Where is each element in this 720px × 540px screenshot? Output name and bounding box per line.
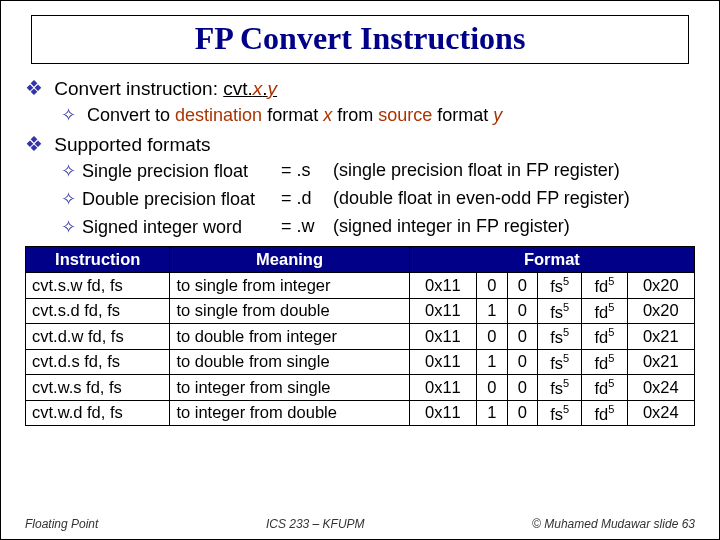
diamond-icon: ❖ [25,77,43,99]
fmt-name: Signed integer word [82,217,242,237]
cell-fmt2: 0 [507,375,538,401]
cell-fmt2: 0 [507,400,538,426]
cell-fs: fs5 [538,298,582,324]
cell-fs: fs5 [538,324,582,350]
cell-fmt1: 1 [477,349,508,375]
body: ❖ Convert instruction: cvt.x.y ✧ Convert… [25,76,695,426]
cell-mnemonic: cvt.w.d fd, fs [26,400,170,426]
diamond-small-icon: ✧ [61,161,76,181]
table-row: cvt.w.d fd, fsto integer from double0x11… [26,400,695,426]
cell-meaning: to single from double [170,298,409,324]
cell-opcode: 0x11 [409,298,476,324]
cell-fs: fs5 [538,400,582,426]
cell-fd: fd5 [582,324,627,350]
th-meaning: Meaning [170,247,409,273]
cell-fmt1: 0 [477,324,508,350]
intro-pattern: cvt. [223,78,253,99]
sub-y: y [493,105,502,125]
cell-fmt2: 0 [507,324,538,350]
slide-title: FP Convert Instructions [32,20,688,57]
cell-meaning: to integer from single [170,375,409,401]
cell-fs: fs5 [538,375,582,401]
cell-func: 0x20 [627,298,694,324]
fmt-row-name: ✧Double precision float [61,188,281,210]
sub-x: x [323,105,332,125]
table-row: cvt.d.w fd, fsto double from integer0x11… [26,324,695,350]
cell-func: 0x24 [627,400,694,426]
sub-src: source [378,105,432,125]
sub-mid2: from [332,105,378,125]
cell-fd: fd5 [582,349,627,375]
diamond-icon: ❖ [25,133,43,155]
fmt-eq: = .d [281,188,333,210]
cell-fd: fd5 [582,298,627,324]
cell-fd: fd5 [582,273,627,299]
cell-fmt1: 1 [477,400,508,426]
cell-fd: fd5 [582,375,627,401]
title-box: FP Convert Instructions [31,15,689,64]
cell-mnemonic: cvt.s.d fd, fs [26,298,170,324]
footer-left: Floating Point [25,517,98,531]
formats-grid: ✧Single precision float = .s (single pre… [61,160,695,238]
cell-mnemonic: cvt.s.w fd, fs [26,273,170,299]
cell-fmt2: 0 [507,273,538,299]
sub-bullet-convert-format: ✧ Convert to destination format x from s… [61,104,695,126]
footer: Floating Point ICS 233 – KFUPM © Muhamed… [25,517,695,531]
fmt-row-name: ✧Single precision float [61,160,281,182]
sub-mid3: format [432,105,493,125]
cell-func: 0x20 [627,273,694,299]
bullet-convert-instruction: ❖ Convert instruction: cvt.x.y [25,76,695,100]
diamond-small-icon: ✧ [61,105,76,125]
cell-func: 0x21 [627,324,694,350]
cell-mnemonic: cvt.d.w fd, fs [26,324,170,350]
cell-meaning: to double from single [170,349,409,375]
table-row: cvt.s.d fd, fsto single from double0x111… [26,298,695,324]
cell-func: 0x21 [627,349,694,375]
fmt-eq: = .s [281,160,333,182]
cell-fs: fs5 [538,349,582,375]
table-row: cvt.w.s fd, fsto integer from single0x11… [26,375,695,401]
table-row: cvt.s.w fd, fsto single from integer0x11… [26,273,695,299]
cell-opcode: 0x11 [409,324,476,350]
cell-mnemonic: cvt.w.s fd, fs [26,375,170,401]
intro-label: Convert instruction: [54,78,223,99]
th-format: Format [409,247,694,273]
cell-fmt2: 0 [507,298,538,324]
cell-fd: fd5 [582,400,627,426]
cell-func: 0x24 [627,375,694,401]
cell-opcode: 0x11 [409,375,476,401]
cell-meaning: to integer from double [170,400,409,426]
cell-meaning: to single from integer [170,273,409,299]
diamond-small-icon: ✧ [61,217,76,237]
cell-mnemonic: cvt.d.s fd, fs [26,349,170,375]
slide: FP Convert Instructions ❖ Convert instru… [0,0,720,540]
cell-fmt1: 0 [477,273,508,299]
fmt-desc: (double float in even-odd FP register) [333,188,695,210]
fmt-desc: (signed integer in FP register) [333,216,695,238]
table-header-row: Instruction Meaning Format [26,247,695,273]
th-instruction: Instruction [26,247,170,273]
footer-right: © Muhamed Mudawar slide 63 [532,517,695,531]
sub-prefix: Convert to [87,105,175,125]
intro-x: x [253,78,263,99]
cell-meaning: to double from integer [170,324,409,350]
cell-opcode: 0x11 [409,400,476,426]
table-row: cvt.d.s fd, fsto double from single0x111… [26,349,695,375]
cell-fmt1: 1 [477,298,508,324]
fmt-desc: (single precision float in FP register) [333,160,695,182]
instruction-table: Instruction Meaning Format cvt.s.w fd, f… [25,246,695,426]
fmt-name: Double precision float [82,189,255,209]
supported-label: Supported formats [54,134,210,155]
sub-dest: destination [175,105,262,125]
fmt-row-name: ✧Signed integer word [61,216,281,238]
diamond-small-icon: ✧ [61,189,76,209]
fmt-eq: = .w [281,216,333,238]
cell-fs: fs5 [538,273,582,299]
sub-mid1: format [262,105,323,125]
cell-opcode: 0x11 [409,273,476,299]
cell-fmt1: 0 [477,375,508,401]
cell-fmt2: 0 [507,349,538,375]
cell-opcode: 0x11 [409,349,476,375]
bullet-supported-formats: ❖ Supported formats [25,132,695,156]
fmt-name: Single precision float [82,161,248,181]
